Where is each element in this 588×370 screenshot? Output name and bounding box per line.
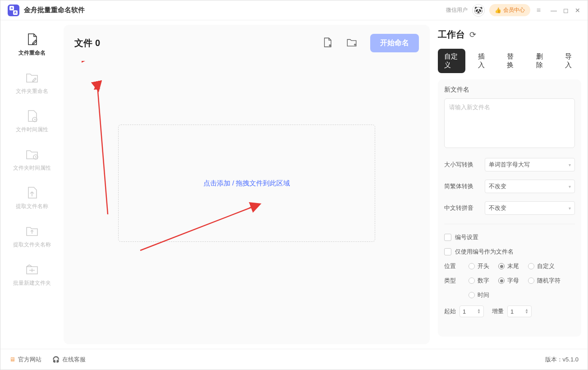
workbench-panel: 工作台 ⟳ 自定义 插入 替换 删除 导入 新文件名 大小写转换 单词首字母大写… [430,20,588,349]
monitor-icon: 🖥 [9,356,15,363]
panel-title: 工作台 [438,28,465,41]
maximize-button[interactable]: ◻ [563,7,569,14]
sidebar-item-extract-foldername[interactable]: 提取文件夹名称 [7,221,57,251]
pinyin-select[interactable]: 不改变▾ [485,201,575,215]
simp-value: 不改变 [489,182,506,190]
refresh-icon[interactable]: ⟳ [469,30,476,40]
vip-label: 会员中心 [503,6,525,14]
case-convert-label: 大小写转换 [444,161,480,169]
chevron-down-icon: ▾ [569,206,571,211]
extract-file-icon [25,185,39,200]
type-radio-time[interactable]: 时间 [469,291,489,299]
sidebar-label: 文件时间属性 [16,126,48,134]
user-avatar[interactable]: 🐼 [472,4,485,17]
vip-center-button[interactable]: 👍 会员中心 [489,4,530,16]
tab-delete[interactable]: 删除 [530,49,552,73]
sidebar-label: 提取文件夹名称 [13,241,51,249]
sidebar-label: 提取文件名称 [16,203,48,210]
pos-radio-custom[interactable]: 自定义 [528,262,555,270]
number-setting-row[interactable]: 编号设置 [444,233,575,241]
only-number-row[interactable]: 仅使用编号作为文件名 [444,248,575,256]
step-num-label: 增量 [492,307,504,315]
footer: 🖥 官方网站 🎧 在线客服 版本：v5.1.0 [0,349,588,370]
folder-rename-icon [25,70,39,85]
file-count: 0 [95,38,100,48]
app-title: 金舟批量重命名软件 [24,6,85,14]
tab-import[interactable]: 导入 [559,49,581,73]
hamburger-menu-icon[interactable]: ≡ [535,6,542,14]
tab-insert[interactable]: 插入 [472,49,494,73]
simp-trad-label: 简繁体转换 [444,182,480,190]
pinyin-label: 中文转拼音 [444,204,480,212]
online-service-link[interactable]: 🎧 在线客服 [52,356,86,364]
file-dropzone[interactable]: 点击添加 / 拖拽文件到此区域 [118,125,375,242]
step-num-spinner[interactable]: 1▲▼ [507,305,532,317]
sidebar-item-extract-filename[interactable]: 提取文件名称 [7,183,57,213]
content-area: 文件 0 开始命名 点击添加 / 拖拽文件到此区域 [64,25,430,344]
panel-tabs: 自定义 插入 替换 删除 导入 [438,49,581,73]
start-rename-button[interactable]: 开始命名 [370,34,419,52]
version-label: 版本：v5.1.0 [545,356,579,364]
only-number-checkbox[interactable] [444,248,451,255]
new-filename-label: 新文件名 [444,86,575,94]
sidebar-item-folder-rename[interactable]: 文件夹重命名 [7,68,57,98]
thumbs-up-icon: 👍 [495,7,501,14]
wechat-user-label: 微信用户 [446,6,468,14]
type-label: 类型 [444,277,459,285]
sidebar-item-file-rename[interactable]: 文件重命名 [7,29,57,60]
number-setting-checkbox[interactable] [444,234,451,241]
titlebar: 金舟批量重命名软件 微信用户 🐼 👍 会员中心 ≡ — ◻ ✕ [0,0,588,20]
only-number-label: 仅使用编号作为文件名 [455,248,514,256]
app-icon [8,5,19,16]
file-list-title: 文件 [74,37,92,49]
sidebar-item-batch-create-folder[interactable]: 批量新建文件夹 [7,259,57,290]
folder-time-icon [25,147,39,162]
add-folder-button[interactable] [346,37,358,50]
pos-radio-begin[interactable]: 开头 [469,262,489,270]
extract-folder-icon [25,224,39,238]
file-plus-icon [322,37,333,48]
pinyin-value: 不改变 [489,204,506,212]
dropzone-text: 点击添加 / 拖拽文件到此区域 [203,179,290,188]
tab-custom[interactable]: 自定义 [438,49,465,73]
sidebar-item-folder-time[interactable]: 文件夹时间属性 [7,144,57,175]
type-radio-letter[interactable]: 字母 [498,277,519,285]
simp-trad-select[interactable]: 不改变▾ [485,180,575,193]
case-value: 单词首字母大写 [489,161,530,169]
type-radio-number[interactable]: 数字 [469,277,489,285]
sidebar-item-file-time[interactable]: 文件时间属性 [7,106,57,136]
new-filename-input[interactable] [444,98,575,148]
sidebar: 文件重命名 文件夹重命名 文件时间属性 文件夹时间属性 提取文件名称 提取文件夹… [0,20,64,349]
sidebar-label: 文件夹重命名 [16,88,48,95]
chevron-down-icon: ▾ [569,162,571,167]
add-file-button[interactable] [322,37,333,50]
start-num-spinner[interactable]: 1▲▼ [459,305,484,317]
file-time-icon [25,109,39,123]
number-setting-label: 编号设置 [455,233,478,241]
pos-radio-end[interactable]: 末尾 [498,262,519,270]
close-button[interactable]: ✕ [575,7,580,14]
official-site-link[interactable]: 🖥 官方网站 [9,356,41,364]
sidebar-label: 文件重命名 [18,49,46,57]
file-rename-icon [25,32,39,46]
case-convert-select[interactable]: 单词首字母大写▾ [485,158,575,171]
sidebar-label: 批量新建文件夹 [13,279,51,287]
svg-line-5 [97,83,97,86]
headset-icon: 🎧 [52,356,60,363]
minimize-button[interactable]: — [551,7,557,14]
chevron-down-icon: ▾ [569,184,571,189]
folder-plus-icon [346,37,358,48]
svg-line-4 [97,86,108,214]
sidebar-label: 文件夹时间属性 [13,164,51,172]
start-num-label: 起始 [444,307,456,315]
tab-replace[interactable]: 替换 [501,49,523,73]
type-radio-random[interactable]: 随机字符 [528,277,560,285]
batch-folder-icon [25,262,39,277]
position-label: 位置 [444,262,459,270]
